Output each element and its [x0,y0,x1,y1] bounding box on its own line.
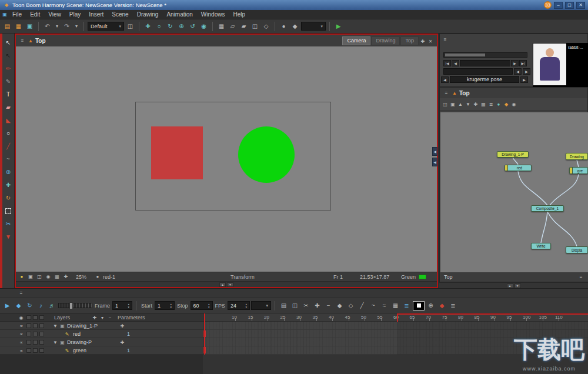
notification-badge[interactable]: 33 [544,1,552,9]
ease-icon[interactable]: ~ [368,300,378,310]
onion-status-icon[interactable]: ◉ [45,273,52,280]
node-composite[interactable]: Composite_1 [531,205,564,212]
new-scene-icon[interactable]: ▤ [2,21,12,31]
stop-spinner[interactable]: ▴▾ [208,303,210,309]
start-spinner[interactable]: ▴▾ [171,303,172,309]
panel-menu-icon[interactable]: ≡ [19,37,26,44]
layer-name[interactable]: red [73,331,81,337]
frame-slider[interactable] [58,303,92,308]
splitter-down-icon[interactable]: ▼ [514,283,521,288]
last-drawing-button[interactable]: ▶| [519,60,527,66]
enter-group-icon[interactable]: ◫ [442,101,449,108]
show-data-view-icon[interactable]: ≣ [402,300,412,310]
ellipse-tool-icon[interactable]: ○ [4,128,14,138]
open-scene-icon[interactable]: ▦ [14,21,24,31]
layer-sound-toggle[interactable] [33,340,38,345]
playback-mode-dropdown[interactable]: ▾ [251,301,271,310]
menu-edit[interactable]: Edit [26,10,44,19]
expand-caret-icon[interactable]: ▼ [52,322,59,329]
frame-slider-handle[interactable] [69,302,73,309]
grid-icon[interactable]: ▦ [216,21,226,31]
timeline-list-icon[interactable]: ≣ [448,300,458,310]
preview-scrollbar[interactable] [443,52,527,58]
splitter-up-icon[interactable]: ▲ [507,283,513,288]
next-drawing-button[interactable]: ▶ [511,60,519,66]
render-write-icon[interactable]: ▶ [333,21,343,31]
motion-keyframe-icon[interactable]: ╱ [357,300,367,310]
pose-name-field[interactable] [443,68,513,75]
red-square-shape[interactable] [151,126,203,179]
menu-help[interactable]: Help [229,10,249,19]
menu-insert[interactable]: Insert [85,10,108,19]
layer-alpha-icon[interactable]: ∝ [18,330,25,338]
splitter-up-icon[interactable]: ▲ [219,282,226,287]
cut-cells-icon[interactable]: ✂ [301,300,311,310]
pose-next-button[interactable]: ▶ [523,68,530,75]
navigator-icon[interactable]: ● [495,101,502,108]
redo-dropdown-icon[interactable]: ▾ [73,23,80,30]
layer-alpha-icon[interactable]: ∝ [18,322,25,329]
lock-column-icon[interactable] [33,315,38,320]
layer-sound-toggle[interactable] [33,332,38,336]
timeline-ruler[interactable]: 1015202530354045505560657075808590951001… [203,313,588,322]
marker-icon[interactable]: ◫ [125,21,135,31]
tool-status-icon[interactable]: ✚ [62,273,69,280]
pencil-tool-icon[interactable]: ✏ [4,64,14,74]
pose-prev-button[interactable]: ◀ [514,68,522,75]
eraser-tool-icon[interactable]: ▰ [4,102,14,112]
add-frames-icon[interactable]: ✚ [312,300,322,310]
layer-visibility-toggle[interactable] [26,332,31,336]
node-write[interactable]: Write [531,243,551,249]
layer-sound-toggle[interactable] [33,323,38,328]
undo-icon[interactable]: ↶ [42,21,52,31]
select-view-icon[interactable]: ○ [154,21,164,31]
layer-lock-toggle[interactable] [39,348,44,353]
fps-spinner[interactable]: ▴▾ [246,303,248,309]
add-view-icon[interactable]: ✚ [419,38,426,45]
current-color-swatch[interactable] [419,275,426,279]
onion-skin-next-icon[interactable]: ▰ [239,21,249,31]
layer-lock-toggle[interactable] [39,332,44,336]
prev-drawing-button[interactable]: ◀ [452,60,459,66]
menu-play[interactable]: Play [65,10,85,19]
tab-camera[interactable]: Camera [342,36,370,45]
eye-column-icon[interactable]: ◉ [18,314,25,321]
layer-visibility-toggle[interactable] [26,348,31,353]
layer-name[interactable]: Drawing-P [67,339,92,345]
keyframe-off-icon[interactable]: ◇ [346,300,356,310]
parameter-value[interactable]: 1 [127,331,130,337]
hand-tool-icon[interactable]: ✚ [4,180,14,190]
playhead-line[interactable] [204,313,205,355]
undo-dropdown-icon[interactable]: ▾ [54,23,61,30]
order-icon[interactable]: ≣ [487,101,495,108]
panel-menu-icon[interactable]: ≡ [443,89,450,96]
paint-tool-icon[interactable]: ◣ [4,115,14,125]
layer-row[interactable]: ∝ ✎ red 1 [0,330,203,338]
play-range-icon[interactable]: ◆ [290,21,300,31]
node-drawing2-peg[interactable]: Drawing [566,153,588,160]
reset-view-icon[interactable]: ↺ [188,21,198,31]
pose-name-value[interactable]: krugerme pose [450,76,519,83]
redo-icon[interactable]: ↷ [62,21,72,31]
select-tool-icon[interactable]: ↖ [4,38,14,48]
menu-scene[interactable]: Scene [108,10,132,19]
first-drawing-button[interactable]: |◀ [443,60,451,66]
onion-marker-icon[interactable]: ◆ [437,300,447,310]
stop-spinbox[interactable]: 60 ▴▾ [191,301,213,310]
exit-group-icon[interactable]: ▣ [449,101,456,108]
frame-spinbox[interactable]: 1 ▴▾ [112,301,132,310]
layer-menu-icon[interactable]: ▾ [99,314,106,321]
save-icon[interactable]: ▣ [25,21,35,31]
drawing-index-field[interactable] [460,60,510,66]
show-parents-icon[interactable]: ▲ [457,101,464,108]
node-drawing1-peg[interactable]: Drawing_1-P [497,151,529,158]
delete-layer-button[interactable]: − [106,314,113,321]
minimize-button[interactable]: – [554,2,563,9]
layer-alpha-icon[interactable]: ∝ [18,339,25,346]
menu-animation[interactable]: Animation [162,10,196,19]
zoom-in-icon[interactable]: ⊕ [176,21,186,31]
zoom-timeline-icon[interactable]: ⊕ [426,300,436,310]
layer-visibility-toggle[interactable] [26,340,31,345]
layer-name[interactable]: Drawing_1-P [67,323,98,329]
layer-lock-toggle[interactable] [39,323,44,328]
